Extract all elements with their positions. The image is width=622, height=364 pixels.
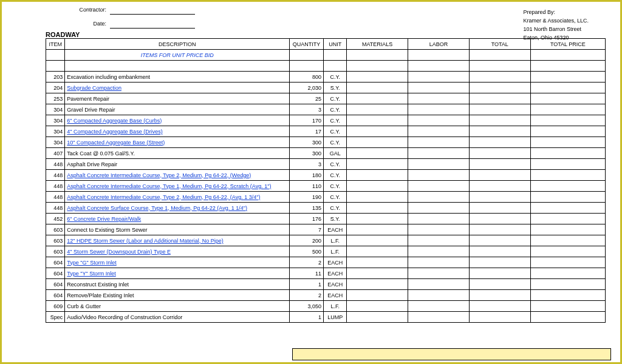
cell-total xyxy=(469,93,530,104)
cell-labor[interactable] xyxy=(408,72,470,83)
cell-labor[interactable] xyxy=(408,203,470,214)
col-item: ITEM xyxy=(46,39,65,50)
cell-item: 253 xyxy=(46,93,65,104)
cell-description: 4" Storm Sewer (Downspout Drain) Type E xyxy=(65,246,290,257)
cell-labor[interactable] xyxy=(408,83,470,93)
cell-labor[interactable] xyxy=(408,268,470,279)
description-link[interactable]: Asphalt Concrete Intermediate Course, Ty… xyxy=(67,172,251,178)
cell-description: Excavation including embankment xyxy=(65,72,290,83)
col-total: TOTAL xyxy=(469,39,530,50)
cell-labor[interactable] xyxy=(408,126,470,137)
description-link[interactable]: 4" Storm Sewer (Downspout Drain) Type E xyxy=(67,249,171,255)
cell-materials[interactable] xyxy=(347,93,408,104)
cell-labor[interactable] xyxy=(408,224,470,235)
cell-labor[interactable] xyxy=(408,246,470,257)
cell-quantity: 500 xyxy=(290,246,324,257)
cell-total-price xyxy=(530,257,605,268)
cell-labor[interactable] xyxy=(408,290,470,301)
cell-labor[interactable] xyxy=(408,170,470,181)
description-link[interactable]: 6" Compacted Aggregate Base (Curbs) xyxy=(67,118,162,124)
cell-labor[interactable] xyxy=(408,148,470,159)
description-link[interactable]: Type "G" Storm Inlet xyxy=(67,260,116,266)
cell-description: 6" Compacted Aggregate Base (Curbs) xyxy=(65,115,290,126)
table-row: 253Pavement Repair25C.Y. xyxy=(46,93,606,104)
description-link[interactable]: Asphalt Concrete Intermediate Course, Ty… xyxy=(67,194,260,200)
cell-materials[interactable] xyxy=(347,126,408,137)
cell-labor[interactable] xyxy=(408,301,470,312)
cell-total-price xyxy=(530,137,605,148)
cell-materials[interactable] xyxy=(347,72,408,83)
description-link[interactable]: Asphalt Concrete Surface Course, Type 1,… xyxy=(67,205,247,211)
cell-materials[interactable] xyxy=(347,235,408,246)
cell-labor[interactable] xyxy=(408,93,470,104)
cell-materials[interactable] xyxy=(347,104,408,115)
cell-materials[interactable] xyxy=(347,290,408,301)
table-row: 609Curb & Gutter3,050L.F. xyxy=(46,301,606,312)
cell-materials[interactable] xyxy=(347,181,408,192)
cell-labor[interactable] xyxy=(408,235,470,246)
cell-item: 603 xyxy=(46,246,65,257)
description-link[interactable]: Asphalt Concrete Intermediate Course, Ty… xyxy=(67,183,271,189)
description-link[interactable]: Subgrade Compaction xyxy=(67,85,121,91)
prepared-by-addr1: 101 North Barron Street xyxy=(523,25,589,33)
cell-materials[interactable] xyxy=(347,137,408,148)
cell-item: 304 xyxy=(46,126,65,137)
table-row: 3046" Compacted Aggregate Base (Curbs)17… xyxy=(46,115,606,126)
description-link[interactable]: 12" HDPE Storm Sewer (Labor and Addition… xyxy=(67,238,223,244)
cell-labor[interactable] xyxy=(408,192,470,203)
totals-footer-bar xyxy=(292,348,611,360)
cell-materials[interactable] xyxy=(347,148,408,159)
cell-description: Curb & Gutter xyxy=(65,301,290,312)
cell-labor[interactable] xyxy=(408,312,470,323)
date-input-line[interactable] xyxy=(110,21,195,29)
cell-materials[interactable] xyxy=(347,203,408,214)
cell-quantity: 2 xyxy=(290,290,324,301)
cell-quantity: 180 xyxy=(290,170,324,181)
cell-total xyxy=(469,83,530,93)
cell-materials[interactable] xyxy=(347,83,408,93)
contractor-input-line[interactable] xyxy=(110,7,195,15)
col-labor: LABOR xyxy=(408,39,470,50)
cell-item: 603 xyxy=(46,235,65,246)
cell-materials[interactable] xyxy=(347,257,408,268)
table-row: 448Asphalt Concrete Surface Course, Type… xyxy=(46,203,606,214)
cell-unit: C.Y. xyxy=(324,192,347,203)
cell-description: 4" Compacted Aggregate Base (Drives) xyxy=(65,126,290,137)
cell-materials[interactable] xyxy=(347,214,408,224)
cell-materials[interactable] xyxy=(347,192,408,203)
table-row: 203Excavation including embankment800C.Y… xyxy=(46,72,606,83)
cell-labor[interactable] xyxy=(408,137,470,148)
cell-materials[interactable] xyxy=(347,279,408,290)
cell-materials[interactable] xyxy=(347,268,408,279)
cell-materials[interactable] xyxy=(347,170,408,181)
cell-description: Tack Coat @ 0.075 Gal/S.Y. xyxy=(65,148,290,159)
cell-materials[interactable] xyxy=(347,159,408,170)
cell-labor[interactable] xyxy=(408,214,470,224)
cell-quantity: 11 xyxy=(290,268,324,279)
description-link[interactable]: 10" Compacted Aggregate Base (Street) xyxy=(67,140,165,146)
cell-labor[interactable] xyxy=(408,115,470,126)
cell-unit: C.Y. xyxy=(324,203,347,214)
cell-labor[interactable] xyxy=(408,279,470,290)
cell-unit: EACH xyxy=(324,279,347,290)
cell-labor[interactable] xyxy=(408,181,470,192)
cell-labor[interactable] xyxy=(408,257,470,268)
cell-materials[interactable] xyxy=(347,115,408,126)
cell-unit: C.Y. xyxy=(324,126,347,137)
table-row: 448Asphalt Concrete Intermediate Course,… xyxy=(46,170,606,181)
table-subheader-row: ITEMS FOR UNIT PRICE BID xyxy=(46,50,606,61)
cell-materials[interactable] xyxy=(347,246,408,257)
cell-quantity: 1 xyxy=(290,279,324,290)
cell-materials[interactable] xyxy=(347,312,408,323)
cell-total-price xyxy=(530,72,605,83)
cell-total-price xyxy=(530,159,605,170)
description-link[interactable]: 6" Concrete Drive Repair/Walk xyxy=(67,216,141,222)
cell-labor[interactable] xyxy=(408,159,470,170)
cell-unit: C.Y. xyxy=(324,181,347,192)
cell-labor[interactable] xyxy=(408,104,470,115)
description-link[interactable]: 4" Compacted Aggregate Base (Drives) xyxy=(67,129,162,135)
cell-unit: EACH xyxy=(324,257,347,268)
description-link[interactable]: Type "Y" Storm Inlet xyxy=(67,271,115,277)
cell-materials[interactable] xyxy=(347,224,408,235)
cell-materials[interactable] xyxy=(347,301,408,312)
